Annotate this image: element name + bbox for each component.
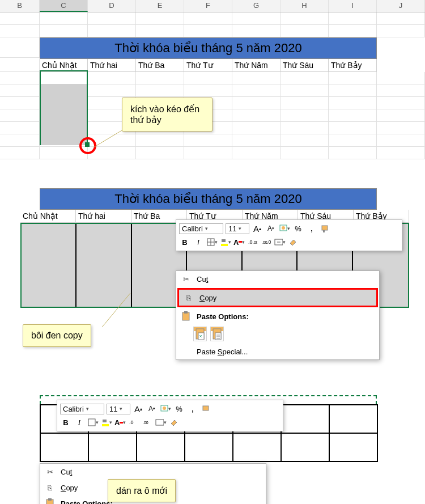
font-selector-2[interactable]: Calibri▾ <box>60 404 104 414</box>
calendar-title: Thời khóa biểu tháng 5 năm 2020 <box>40 37 377 59</box>
ctx-cut-2[interactable]: Cut <box>40 464 266 480</box>
ctx-copy[interactable]: Copy <box>177 288 378 307</box>
svg-text:.00: .00 <box>143 421 148 425</box>
callout-drag-hint: kích vào kéo đến thứ bảy <box>122 98 212 132</box>
svg-rect-3 <box>323 230 325 232</box>
svg-rect-30 <box>156 420 164 425</box>
svg-rect-25 <box>203 406 209 410</box>
weekday-thu: Thứ Năm <box>232 59 280 72</box>
svg-text:.0: .0 <box>129 420 134 425</box>
svg-rect-27 <box>102 424 109 426</box>
weekday-sat: Thứ Bảy <box>329 59 377 72</box>
weekday-wed: Thứ Tư <box>184 59 232 72</box>
col-header-f[interactable]: F <box>184 0 232 12</box>
increase-font-icon[interactable]: A▴ <box>252 223 263 234</box>
col-header-c[interactable]: C <box>40 0 88 12</box>
ctx-cut[interactable]: Cut <box>176 271 379 287</box>
paste-icon-2[interactable] <box>210 327 224 341</box>
col-header-i[interactable]: I <box>329 0 377 12</box>
svg-text:.0: .0 <box>248 239 253 245</box>
scissors-icon-2 <box>45 467 55 477</box>
decrease-decimal-icon[interactable]: .0.00 <box>247 236 258 248</box>
font-selector[interactable]: Calibri▾ <box>179 223 223 234</box>
bold-button[interactable]: B <box>179 236 190 248</box>
format-brush-icon[interactable] <box>288 236 299 248</box>
col-header-b[interactable]: B <box>0 0 40 12</box>
callout-paste-hint: dán ra ô mới <box>108 479 176 502</box>
weekday-sun-2: Chủ Nhật <box>20 210 76 223</box>
copy-icon-2 <box>45 482 55 493</box>
ctx-paste-special[interactable]: Paste Special... <box>176 344 379 359</box>
increase-font-icon-2[interactable]: A▴ <box>133 403 144 414</box>
svg-rect-2 <box>322 226 328 230</box>
border-icon-2[interactable]: ▾ <box>87 417 99 428</box>
increase-decimal-icon[interactable]: .00.0 <box>261 236 272 248</box>
fill-color-icon[interactable]: ▾ <box>220 236 231 248</box>
comma-icon[interactable]: , <box>306 223 317 234</box>
mini-toolbar: Calibri▾ 11▾ A▴ A▾ ▾ % , B I ▾ ▾ A▾ .0.0… <box>176 219 402 251</box>
decrease-font-icon[interactable]: A▾ <box>265 223 277 234</box>
svg-rect-15 <box>184 311 188 314</box>
section2: Thời khóa biểu tháng 5 năm 2020 Chủ Nhật… <box>0 188 425 392</box>
section1: Thời khóa biểu tháng 5 năm 2020 Chủ Nhật… <box>0 12 425 171</box>
section3: .section3 table td{border:2px solid #000… <box>0 395 425 504</box>
svg-text:.0: .0 <box>267 239 271 245</box>
font-color-icon-2[interactable]: A▾ <box>114 417 126 428</box>
callout2-tail <box>102 290 142 330</box>
bold-button-2[interactable]: B <box>60 417 71 428</box>
col-header-g[interactable]: G <box>232 0 280 12</box>
svg-point-1 <box>282 226 285 230</box>
fill-color-icon-2[interactable]: ▾ <box>101 417 112 428</box>
decrease-font-icon-2[interactable]: A▾ <box>146 403 158 414</box>
ctx-paste-options: Paste Options: <box>176 308 379 324</box>
weekday-fri: Thứ Sáu <box>280 59 329 72</box>
svg-rect-17 <box>198 333 204 340</box>
weekday-tue: Thứ Ba <box>136 59 184 72</box>
paste-options-icons <box>176 324 379 344</box>
merge-icon[interactable]: ▾ <box>274 236 286 248</box>
accounting-format-icon[interactable]: ▾ <box>279 223 290 234</box>
col-header-d[interactable]: D <box>88 0 136 12</box>
clipboard-icon <box>181 311 191 321</box>
merge-icon-2[interactable]: ▾ <box>155 417 167 428</box>
paste-icon-1[interactable] <box>193 327 207 341</box>
font-size-selector-2[interactable]: 11▾ <box>107 404 130 414</box>
clipboard-icon-2 <box>45 498 55 504</box>
italic-button-2[interactable]: I <box>74 417 85 428</box>
mini-toolbar-2: Calibri▾ 11▾ A▴ A▾ ▾ % , B I ▾ ▾ A▾ .0 .… <box>57 400 283 431</box>
increase-decimal-icon-2[interactable]: .00 <box>142 417 153 428</box>
italic-button[interactable]: I <box>193 236 204 248</box>
comma-icon-2[interactable]: , <box>187 403 198 414</box>
svg-rect-14 <box>182 312 189 320</box>
selection-box[interactable] <box>40 70 88 145</box>
calendar-title-2: Thời khóa biểu tháng 5 năm 2020 <box>40 188 377 210</box>
col-header-h[interactable]: H <box>280 0 329 12</box>
format-painter-icon[interactable] <box>320 223 331 234</box>
weekday-mon-2: Thứ hai <box>76 210 131 223</box>
brush-icon-2[interactable] <box>169 417 180 428</box>
column-headers: B C D E F G H I J <box>0 0 425 12</box>
svg-rect-32 <box>48 498 52 501</box>
col-header-e[interactable]: E <box>136 0 184 12</box>
col-header-j[interactable]: J <box>377 0 425 12</box>
weekday-mon: Thứ hai <box>88 59 136 72</box>
format-painter-icon-2[interactable] <box>201 403 212 414</box>
copy-icon <box>184 293 194 303</box>
font-size-selector[interactable]: 11▾ <box>226 223 249 234</box>
svg-rect-26 <box>88 419 95 426</box>
scissors-icon <box>181 274 191 284</box>
callout-select-copy: bôi đen copy <box>23 324 91 347</box>
decrease-decimal-icon-2[interactable]: .0 <box>128 417 139 428</box>
font-color-icon[interactable]: A▾ <box>233 236 245 248</box>
context-menu: Cut Copy Paste Options: Paste Special... <box>176 270 380 360</box>
svg-point-24 <box>163 406 166 410</box>
accounting-format-icon-2[interactable]: ▾ <box>160 403 171 414</box>
percent-icon-2[interactable]: % <box>173 403 185 414</box>
svg-rect-7 <box>221 244 228 246</box>
percent-icon[interactable]: % <box>292 223 304 234</box>
svg-text:.00: .00 <box>253 240 257 244</box>
border-icon[interactable]: ▾ <box>206 236 218 248</box>
